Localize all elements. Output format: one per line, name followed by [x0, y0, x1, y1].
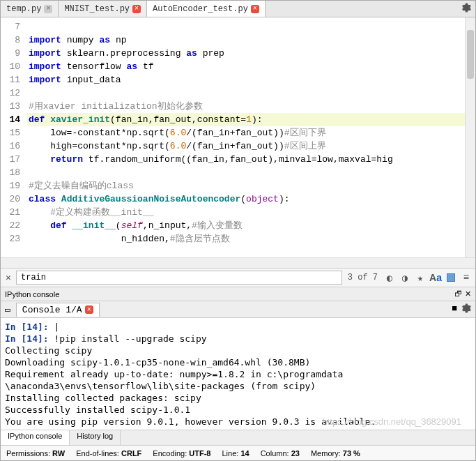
status-bar: Permissions: RW End-of-lines: CRLF Encod… [1, 445, 475, 460]
line-gutter: 7891011121314151617181920212223 [1, 17, 27, 257]
gear-icon[interactable] [461, 303, 471, 316]
tab-autoencoder[interactable]: AutoEncoder_test.py × [147, 1, 266, 17]
status-eol: End-of-lines: CRLF [76, 449, 141, 458]
close-icon[interactable]: × [44, 5, 52, 13]
status-encoding: Encoding: UTF-8 [153, 449, 210, 458]
undock-icon[interactable]: 🗗 [454, 289, 462, 298]
horizontal-scrollbar[interactable] [1, 257, 475, 268]
console-output[interactable]: In [14]: |In [14]: !pip install --upgrad… [1, 318, 475, 430]
status-permissions: Permissions: RW [6, 449, 65, 458]
prev-match-icon[interactable]: ◐ [383, 271, 396, 284]
tab-ipython-console[interactable]: IPython console [1, 430, 70, 445]
tab-label: MNIST_test.py [64, 4, 130, 14]
code-content[interactable]: import numpy as npimport sklearn.preproc… [27, 17, 465, 257]
next-match-icon[interactable]: ◑ [399, 271, 411, 284]
tab-label: Console 1/A [22, 305, 82, 315]
status-memory: Memory: 73 % [311, 449, 360, 458]
match-count: 3 of 7 [345, 273, 381, 282]
tab-history-log[interactable]: History log [70, 430, 121, 445]
browse-tabs-icon[interactable]: ▭ [1, 304, 15, 315]
stop-icon[interactable]: ■ [452, 303, 457, 316]
close-icon[interactable]: × [251, 5, 259, 13]
ipython-panel-header: IPython console 🗗 ✕ [1, 287, 475, 301]
tab-label: temp.py [6, 4, 41, 14]
vertical-scrollbar[interactable] [465, 17, 475, 257]
editor-tab-bar: temp.py × MNIST_test.py × AutoEncoder_te… [1, 1, 475, 17]
code-editor[interactable]: 7891011121314151617181920212223 import n… [1, 17, 475, 257]
status-column: Column: 23 [261, 449, 300, 458]
regex-icon[interactable] [445, 271, 457, 284]
tab-mnist[interactable]: MNIST_test.py × [59, 1, 147, 17]
status-line: Line: 14 [222, 449, 249, 458]
tab-label: AutoEncoder_test.py [153, 4, 248, 14]
close-icon[interactable]: × [85, 305, 93, 314]
console-tab[interactable]: Console 1/A × [16, 303, 100, 317]
console-tab-bar: ▭ Console 1/A × ■ [1, 301, 475, 318]
bottom-tab-bar: IPython console History log https://blog… [1, 430, 475, 445]
close-icon[interactable]: ✕ [3, 272, 13, 283]
close-icon[interactable]: ✕ [465, 289, 471, 298]
highlight-icon[interactable]: ≡ [460, 271, 473, 284]
find-bar: ✕ 3 of 7 ◐ ◑ ★ Aa ≡ [1, 268, 475, 287]
close-icon[interactable]: × [132, 5, 141, 13]
whole-word-icon[interactable]: Aa [429, 271, 442, 284]
gear-icon[interactable] [461, 5, 471, 15]
search-input[interactable] [16, 271, 342, 285]
tab-temp[interactable]: temp.py × [1, 1, 59, 17]
case-icon[interactable]: ★ [414, 271, 427, 284]
panel-title: IPython console [5, 290, 59, 298]
